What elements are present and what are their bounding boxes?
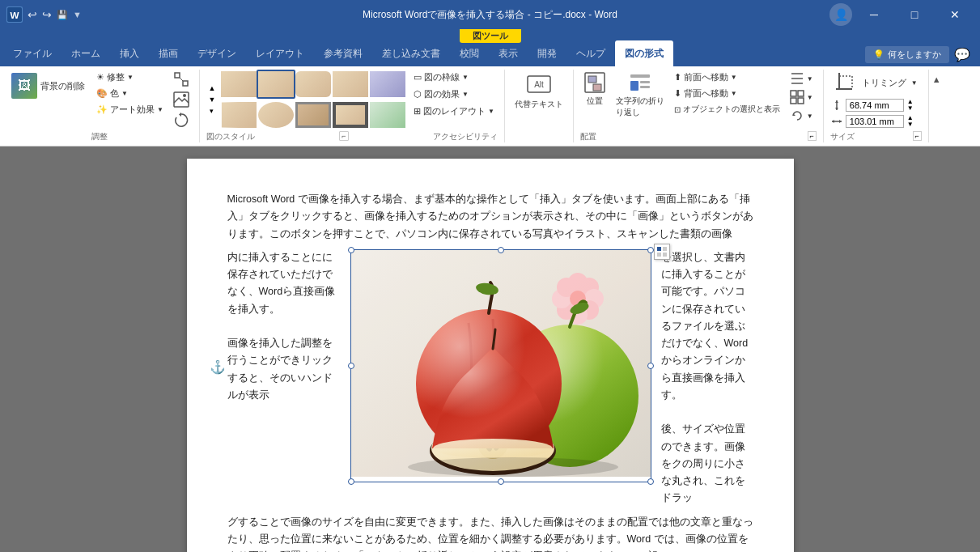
art-effect-button[interactable]: ✨ アート効果 ▼ (93, 102, 167, 117)
back-dropdown[interactable]: ▼ (731, 90, 737, 97)
image-wrapper[interactable] (350, 249, 651, 507)
tab-home[interactable]: ホーム (62, 40, 110, 66)
styles-scroll-up[interactable]: ▲ (206, 83, 218, 93)
tab-review[interactable]: 校閲 (450, 40, 489, 66)
svg-rect-21 (798, 91, 804, 96)
art-effect-dropdown[interactable]: ▼ (157, 106, 163, 113)
effect-icon: ⬡ (414, 89, 422, 100)
tab-layout[interactable]: レイアウト (246, 40, 314, 66)
tab-mailings[interactable]: 差し込み文書 (372, 40, 450, 66)
picture-effect-button[interactable]: ⬡ 図の効果 ▼ (410, 87, 498, 102)
undo-button[interactable]: ↩ (28, 8, 37, 21)
color-button[interactable]: 🎨 色 ▼ (93, 86, 167, 101)
position-button[interactable]: 位置 (580, 70, 609, 108)
picture-border-button[interactable]: ▭ 図の枠線 ▼ (410, 70, 498, 85)
handle-top-right[interactable] (647, 247, 654, 253)
ribbon-group-size: トリミング ▼ 68.74 mm ▲ ▼ 103.01 mm ▲ ▼ (824, 70, 929, 142)
front-label: 前面へ移動 (684, 71, 728, 83)
style-3d[interactable] (219, 100, 258, 130)
tab-insert[interactable]: 挿入 (110, 40, 149, 66)
group-dropdown[interactable]: ▼ (807, 94, 813, 101)
picture-layout-button[interactable]: ⊞ 図のレイアウト ▼ (410, 104, 498, 119)
tab-help[interactable]: ヘルプ (566, 40, 615, 66)
alt-text-button[interactable]: Alt 代替テキスト (511, 70, 566, 112)
correction-dropdown[interactable]: ▼ (127, 74, 134, 81)
account-icon: 👤 (834, 8, 848, 21)
height-input[interactable]: 68.74 mm (846, 99, 904, 112)
reset-image-btn[interactable] (170, 110, 193, 130)
back-icon: ⬇ (674, 88, 681, 99)
handle-top-left[interactable] (348, 247, 354, 253)
handle-bottom-center[interactable] (498, 478, 504, 485)
text-paragraph-2: グすることで画像のサイズを自由に変更できます。また、挿入した画像はそのままの配置… (227, 514, 753, 553)
style-soft[interactable] (257, 100, 295, 130)
tab-references[interactable]: 参考資料 (314, 40, 372, 66)
align-dropdown[interactable]: ▼ (807, 75, 813, 83)
style-frame[interactable] (331, 100, 370, 130)
style-rounded[interactable] (294, 70, 333, 99)
auto-save-icon[interactable]: 💾 (57, 10, 68, 20)
tab-developer[interactable]: 開発 (528, 40, 566, 66)
styles-more[interactable]: ▾ (206, 106, 218, 116)
border-dropdown[interactable]: ▼ (462, 74, 469, 81)
rotate-dropdown[interactable]: ▼ (807, 113, 813, 120)
svg-rect-3 (183, 81, 188, 86)
rotate-button[interactable]: ▼ (787, 107, 817, 125)
send-to-back-button[interactable]: ⬇ 背面へ移動 ▼ (671, 86, 783, 101)
collapse-ribbon-button[interactable]: ▲ (931, 73, 943, 86)
height-down[interactable]: ▼ (907, 105, 914, 112)
handle-middle-left[interactable] (348, 363, 354, 369)
style-double-border[interactable] (331, 70, 370, 99)
layout-options-icon[interactable] (654, 244, 670, 260)
style-diagonal[interactable] (294, 100, 333, 130)
tab-picture-format[interactable]: 図の形式 (615, 40, 673, 66)
selection-pane-button[interactable]: ⊡ オブジェクトの選択と表示 (671, 102, 783, 117)
tab-draw[interactable]: 描画 (149, 40, 188, 66)
arrange-expand[interactable]: ⌐ (808, 131, 817, 141)
size-expand[interactable]: ⌐ (913, 131, 922, 141)
handle-top-center[interactable] (498, 247, 504, 253)
tab-file[interactable]: ファイル (3, 40, 62, 66)
change-image-btn[interactable] (170, 90, 193, 109)
effect-label: 図の効果 (424, 88, 460, 100)
tab-view[interactable]: 表示 (489, 40, 528, 66)
style-thick[interactable] (368, 70, 407, 99)
window-controls: 👤 ─ □ ✕ (812, 2, 974, 28)
comment-icon[interactable]: 💬 (954, 47, 970, 62)
bring-to-front-button[interactable]: ⬆ 前面へ移動 ▼ (671, 70, 783, 85)
width-down[interactable]: ▼ (907, 121, 914, 128)
effect-dropdown[interactable]: ▼ (462, 91, 469, 98)
tab-design[interactable]: デザイン (188, 40, 246, 66)
color-dropdown[interactable]: ▼ (121, 90, 128, 97)
document-page: ⚓ Microsoft Word で画像を挿入する場合、まず基本的な操作として「… (187, 159, 794, 552)
handle-bottom-left[interactable] (348, 478, 354, 485)
style-none[interactable] (219, 70, 258, 99)
account-button[interactable]: 👤 (829, 3, 852, 26)
front-dropdown[interactable]: ▼ (731, 74, 737, 81)
correction-button[interactable]: ☀ 修整 ▼ (93, 70, 167, 85)
search-box[interactable]: 💡 何をしますか (865, 46, 949, 63)
align-button[interactable]: ▼ (787, 70, 817, 87)
wrap-text-button[interactable]: 文字列の折りり返し (613, 70, 668, 120)
close-button[interactable]: ✕ (936, 2, 974, 28)
redo-button[interactable]: ↪ (42, 8, 52, 21)
style-glow[interactable] (368, 100, 407, 130)
quick-access-more[interactable]: ▼ (73, 10, 82, 19)
styles-expand[interactable]: ⌐ (339, 131, 348, 141)
remove-background-button[interactable]: 🖼 背景の削除 (6, 70, 90, 102)
crop-dropdown[interactable]: ▼ (911, 79, 918, 87)
width-input[interactable]: 103.01 mm (846, 115, 904, 128)
tool-context-label: 図ツール (460, 29, 521, 43)
handle-middle-right[interactable] (647, 363, 654, 369)
border-label: 図の枠線 (424, 71, 460, 83)
minimize-button[interactable]: ─ (855, 2, 893, 28)
handle-bottom-right[interactable] (647, 478, 654, 485)
layout-dropdown[interactable]: ▼ (488, 108, 494, 115)
search-area: 💡 何をしますか 💬 (865, 46, 977, 66)
style-shadow[interactable] (257, 70, 295, 99)
maximize-button[interactable]: □ (896, 2, 933, 28)
compress-icon-btn[interactable] (170, 70, 193, 89)
styles-scroll-down[interactable]: ▼ (206, 95, 218, 104)
crop-button[interactable]: トリミング ▼ (831, 70, 921, 96)
group-button[interactable]: ▼ (787, 88, 817, 106)
